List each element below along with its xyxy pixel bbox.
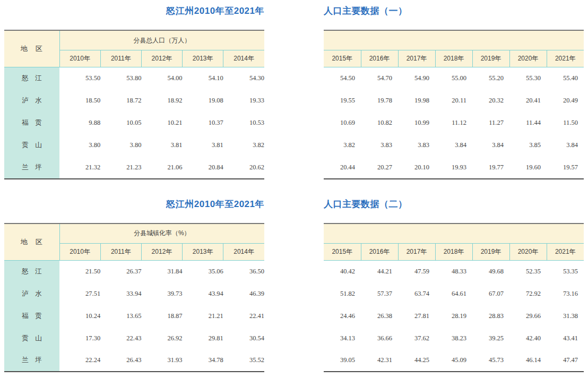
value-cell: 34.78 xyxy=(183,349,223,372)
table-row: 10.6910.8210.9911.1211.2711.4411.50 xyxy=(324,112,584,134)
value-cell: 47.59 xyxy=(398,260,435,282)
value-cell: 49.68 xyxy=(472,260,509,282)
region-cell: 福 贡 xyxy=(4,112,59,134)
value-cell: 20.44 xyxy=(324,157,361,179)
value-cell: 10.21 xyxy=(141,112,182,134)
value-cell: 20.11 xyxy=(435,90,472,112)
value-cell: 19.55 xyxy=(324,90,361,112)
region-cell: 兰 坪 xyxy=(4,349,59,372)
value-cell: 33.94 xyxy=(100,282,141,305)
header-group-row xyxy=(324,30,584,50)
value-cell: 54.50 xyxy=(324,67,361,90)
value-cell: 24.46 xyxy=(324,305,361,327)
value-cell: 19.77 xyxy=(472,157,509,179)
value-cell: 55.40 xyxy=(547,67,584,90)
year-header-cell: 2014年 xyxy=(223,243,264,260)
value-cell: 20.49 xyxy=(547,90,584,112)
value-cell: 3.84 xyxy=(547,134,584,157)
value-cell: 11.50 xyxy=(547,112,584,134)
value-cell: 10.53 xyxy=(223,112,264,134)
value-cell: 43.94 xyxy=(183,282,223,305)
value-cell: 3.82 xyxy=(324,134,361,157)
table-row: 39.0542.3144.2545.0945.7346.1447.47 xyxy=(324,349,584,372)
value-cell: 21.21 xyxy=(183,305,223,327)
year-header-cell: 2013年 xyxy=(183,243,223,260)
value-cell: 45.09 xyxy=(435,349,472,372)
value-cell: 55.20 xyxy=(472,67,509,90)
table-row: 怒 江53.5053.8054.0054.1054.30 xyxy=(4,67,264,90)
value-cell: 19.60 xyxy=(509,157,547,179)
header-year-row: 2015年2016年2017年2018年2019年2020年2021年 xyxy=(324,50,584,67)
table-row: 3.823.833.833.843.843.853.84 xyxy=(324,134,584,157)
value-cell: 43.41 xyxy=(547,327,584,349)
value-cell: 19.33 xyxy=(223,90,264,112)
value-cell: 20.62 xyxy=(223,157,264,179)
value-cell: 10.05 xyxy=(100,112,141,134)
year-header-cell: 2021年 xyxy=(547,50,584,67)
value-cell: 19.57 xyxy=(547,157,584,179)
year-header-cell: 2019年 xyxy=(472,50,509,67)
value-cell: 27.81 xyxy=(398,305,435,327)
region-cell: 兰 坪 xyxy=(4,157,59,179)
value-cell: 26.43 xyxy=(100,349,141,372)
value-cell: 20.84 xyxy=(183,157,223,179)
value-cell: 26.92 xyxy=(141,327,182,349)
value-cell: 18.92 xyxy=(141,90,182,112)
year-header-cell: 2020年 xyxy=(509,50,547,67)
region-column-header: 地 区 xyxy=(4,30,59,67)
value-cell: 3.84 xyxy=(472,134,509,157)
value-cell: 10.82 xyxy=(361,112,398,134)
value-cell: 19.93 xyxy=(435,157,472,179)
value-cell: 3.83 xyxy=(361,134,398,157)
value-cell: 3.81 xyxy=(141,134,182,157)
value-cell: 18.87 xyxy=(141,305,182,327)
value-cell: 52.35 xyxy=(509,260,547,282)
year-header-cell: 2018年 xyxy=(435,243,472,260)
year-header-cell: 2012年 xyxy=(141,50,182,67)
value-cell: 54.00 xyxy=(141,67,182,90)
year-header-cell: 2016年 xyxy=(361,50,398,67)
block1-title-right: 人口主要数据（一） xyxy=(324,5,584,17)
population-data-block-2: 怒江州2010年至2021年 人口主要数据（二） 地 区分县城镇化率（%）201… xyxy=(4,199,584,373)
table-row: 19.5519.7819.9820.1120.3220.4120.49 xyxy=(324,90,584,112)
year-header-cell: 2021年 xyxy=(547,243,584,260)
value-cell: 30.54 xyxy=(223,327,264,349)
group-header-cell: 分县城镇化率（%） xyxy=(59,224,264,244)
value-cell: 72.92 xyxy=(509,282,547,305)
year-header-cell: 2010年 xyxy=(59,50,100,67)
value-cell: 26.37 xyxy=(100,260,141,282)
value-cell: 39.73 xyxy=(141,282,182,305)
value-cell: 51.82 xyxy=(324,282,361,305)
region-cell: 怒 江 xyxy=(4,67,59,90)
value-cell: 27.51 xyxy=(59,282,100,305)
header-group-row xyxy=(324,224,584,244)
table-row: 怒 江21.5026.3731.8435.0636.50 xyxy=(4,260,264,282)
value-cell: 20.41 xyxy=(509,90,547,112)
value-cell: 26.38 xyxy=(361,305,398,327)
value-cell: 19.98 xyxy=(398,90,435,112)
value-cell: 53.80 xyxy=(100,67,141,90)
value-cell: 39.05 xyxy=(324,349,361,372)
value-cell: 20.32 xyxy=(472,90,509,112)
value-cell: 10.24 xyxy=(59,305,100,327)
region-cell: 福 贡 xyxy=(4,305,59,327)
value-cell: 31.84 xyxy=(141,260,182,282)
value-cell: 3.81 xyxy=(183,134,223,157)
block1-title-row: 怒江州2010年至2021年 人口主要数据（一） xyxy=(4,5,584,17)
year-header-cell: 2012年 xyxy=(141,243,182,260)
year-header-cell: 2019年 xyxy=(472,243,509,260)
header-year-row: 2015年2016年2017年2018年2019年2020年2021年 xyxy=(324,243,584,260)
value-cell: 64.61 xyxy=(435,282,472,305)
block2-title-right: 人口主要数据（二） xyxy=(324,199,584,210)
year-header-cell: 2016年 xyxy=(361,243,398,260)
group-header-cell: 分县总人口（万人） xyxy=(59,30,264,50)
value-cell: 9.88 xyxy=(59,112,100,134)
value-cell: 44.21 xyxy=(361,260,398,282)
region-column-header: 地 区 xyxy=(4,224,59,261)
region-cell: 怒 江 xyxy=(4,260,59,282)
value-cell: 28.83 xyxy=(472,305,509,327)
table-row: 51.8257.3763.7464.6167.0772.9273.16 xyxy=(324,282,584,305)
value-cell: 29.81 xyxy=(183,327,223,349)
block1-right-table: 2015年2016年2017年2018年2019年2020年2021年54.50… xyxy=(324,30,584,179)
value-cell: 10.37 xyxy=(183,112,223,134)
